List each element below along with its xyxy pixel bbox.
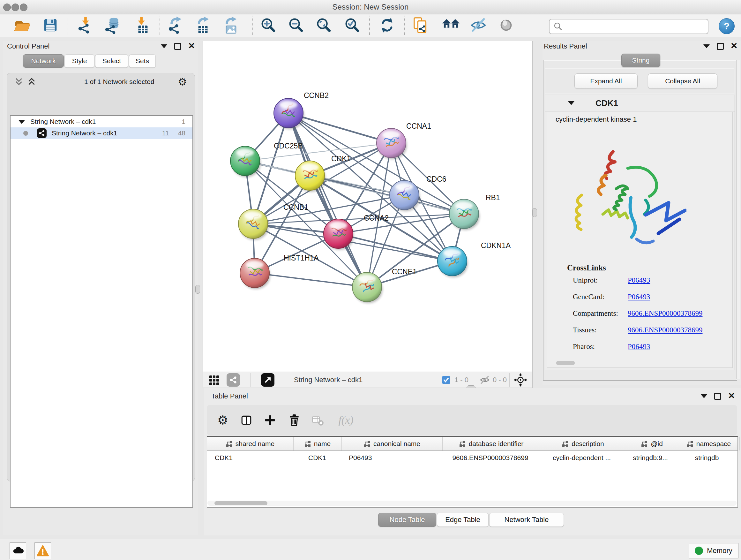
hidden-count: 0 - 0 bbox=[493, 374, 507, 386]
memory-button[interactable]: Memory bbox=[689, 543, 738, 558]
save-session-icon bbox=[42, 17, 59, 34]
export-image-button[interactable] bbox=[222, 16, 240, 35]
export-image-icon bbox=[222, 17, 240, 34]
column-header-database-identifier[interactable]: database identifier bbox=[443, 437, 540, 450]
card-collapse-icon[interactable] bbox=[568, 101, 575, 105]
node-table[interactable]: shared namenamecanonical namedatabase id… bbox=[207, 436, 738, 508]
tab-network-table[interactable]: Network Table bbox=[489, 513, 564, 527]
panel-menu-icon[interactable] bbox=[161, 44, 167, 48]
column-header-canonical-name[interactable]: canonical name bbox=[342, 437, 443, 450]
share-icon bbox=[229, 376, 237, 384]
node-CCNA1[interactable]: CCNA1 bbox=[377, 122, 431, 159]
import-table-icon bbox=[134, 17, 151, 34]
tab-network[interactable]: Network bbox=[23, 54, 64, 68]
card-scrollbar-thumb[interactable] bbox=[556, 361, 575, 365]
open-in-window-button[interactable] bbox=[261, 374, 274, 386]
network-collection-row[interactable]: String Network – cdk1 1 bbox=[10, 116, 192, 127]
network-manager: 1 of 1 Network selected ⚙ String Network… bbox=[7, 73, 195, 482]
tab-sets[interactable]: Sets bbox=[129, 54, 156, 68]
panel-float-icon[interactable] bbox=[174, 43, 181, 50]
expand-all-button[interactable]: Expand All bbox=[575, 73, 637, 89]
export-table-button[interactable] bbox=[194, 16, 212, 35]
panel-close-icon[interactable]: × bbox=[188, 42, 195, 49]
show-panel-button[interactable] bbox=[497, 16, 515, 35]
save-session-button[interactable] bbox=[41, 16, 60, 35]
crosslink-link[interactable]: 9606.ENSP00000378699 bbox=[628, 326, 703, 339]
fit-selected-crosshair-icon[interactable] bbox=[514, 374, 527, 386]
selected-checkbox-icon[interactable] bbox=[442, 374, 451, 386]
refresh-button[interactable] bbox=[378, 16, 396, 35]
node-HIST1H1A[interactable]: HIST1H1A bbox=[240, 254, 319, 289]
zoom-fit-button[interactable] bbox=[314, 16, 333, 35]
left-splitter-handle[interactable] bbox=[195, 285, 200, 294]
string-network-graph[interactable]: CCNB2CCNA1CDC25BCDK1CDC6RB1CCNB1CCNA2CDK… bbox=[203, 41, 532, 371]
crosslink-link[interactable]: P06493 bbox=[628, 343, 650, 355]
birdseye-grid-icon[interactable] bbox=[209, 374, 220, 386]
panel-close-icon[interactable]: × bbox=[728, 392, 735, 398]
zoom-out-button[interactable] bbox=[286, 16, 305, 35]
show-columns-icon[interactable] bbox=[239, 413, 253, 427]
tab-style[interactable]: Style bbox=[64, 54, 94, 68]
zoom-in-button[interactable] bbox=[259, 16, 277, 35]
node-CCNB2[interactable]: CCNB2 bbox=[274, 91, 329, 129]
node-RB1[interactable]: RB1 bbox=[449, 193, 500, 230]
table-hscrollbar-thumb[interactable] bbox=[214, 501, 267, 505]
column-header-name[interactable]: name bbox=[293, 437, 342, 450]
results-scrollbar[interactable] bbox=[736, 60, 740, 379]
column-header-namespace[interactable]: namespace bbox=[678, 437, 740, 450]
table-row[interactable]: CDK1CDK1P064939606.ENSP00000378699cyclin… bbox=[207, 451, 738, 464]
crosslink-link[interactable]: P06493 bbox=[628, 293, 650, 306]
delete-table-icon bbox=[311, 413, 325, 427]
import-database-button[interactable] bbox=[104, 16, 122, 35]
add-column-icon[interactable] bbox=[263, 413, 277, 427]
memory-status-dot bbox=[695, 547, 703, 555]
import-table-button[interactable] bbox=[133, 16, 151, 35]
tab-string[interactable]: String bbox=[621, 54, 660, 67]
panel-menu-icon[interactable] bbox=[701, 394, 707, 398]
crosslink-link[interactable]: P06493 bbox=[628, 276, 650, 289]
network-canvas[interactable]: CCNB2CCNA1CDC25BCDK1CDC6RB1CCNB1CCNA2CDK… bbox=[203, 41, 533, 372]
help-button[interactable]: ? bbox=[719, 18, 735, 34]
network-row[interactable]: String Network – cdk1 11 48 bbox=[10, 127, 192, 139]
panel-float-icon[interactable] bbox=[717, 43, 724, 50]
panel-float-icon[interactable] bbox=[714, 393, 721, 400]
tab-node-table[interactable]: Node Table bbox=[378, 513, 436, 527]
column-header-description[interactable]: description bbox=[540, 437, 626, 450]
right-splitter-handle[interactable] bbox=[532, 208, 537, 217]
edge-HIST1H1A-CCNE1[interactable] bbox=[255, 273, 367, 287]
toolbar-separator bbox=[404, 16, 405, 35]
zoom-selected-button[interactable] bbox=[343, 16, 361, 35]
table-hscrollbar[interactable] bbox=[207, 501, 737, 506]
delete-column-trash-icon[interactable] bbox=[287, 413, 301, 427]
tab-select[interactable]: Select bbox=[95, 54, 128, 68]
expand-all-icon[interactable] bbox=[27, 77, 37, 86]
panel-close-icon[interactable]: × bbox=[731, 42, 737, 49]
node-label-CDC6: CDC6 bbox=[426, 175, 447, 183]
collapse-all-icon[interactable] bbox=[14, 77, 23, 86]
column-header-shared-name[interactable]: shared name bbox=[207, 437, 293, 450]
cloud-button[interactable] bbox=[10, 543, 26, 559]
hide-panels-button[interactable] bbox=[469, 16, 488, 35]
network-options-gear-icon[interactable]: ⚙ bbox=[178, 77, 187, 87]
node-CDKN1A[interactable]: CDKN1A bbox=[437, 241, 511, 277]
panel-menu-icon[interactable] bbox=[703, 44, 710, 48]
collapse-all-button[interactable]: Collapse All bbox=[648, 73, 718, 89]
search-field[interactable] bbox=[549, 19, 709, 34]
string-home-button[interactable] bbox=[442, 16, 460, 35]
import-network-button[interactable] bbox=[76, 16, 95, 35]
control-panel-title: Control Panel bbox=[7, 42, 50, 51]
tab-edge-table[interactable]: Edge Table bbox=[437, 513, 488, 527]
crosslink-row: Tissues:9606.ENSP00000378699 bbox=[573, 326, 720, 339]
search-input[interactable] bbox=[565, 22, 708, 30]
crosslink-link[interactable]: 9606.ENSP00000378699 bbox=[628, 309, 703, 322]
table-options-gear-icon[interactable]: ⚙ bbox=[216, 413, 230, 427]
open-session-button[interactable] bbox=[12, 16, 31, 35]
hidden-eye-icon[interactable] bbox=[479, 374, 490, 386]
column-header-@id[interactable]: @id bbox=[626, 437, 678, 450]
crosslink-label: Tissues: bbox=[573, 326, 628, 339]
share-document-button[interactable] bbox=[412, 16, 430, 35]
export-network-button[interactable] bbox=[166, 16, 185, 35]
string-share-button[interactable] bbox=[226, 374, 240, 386]
warnings-button[interactable] bbox=[35, 543, 51, 559]
tree-expander-icon[interactable] bbox=[18, 120, 25, 124]
